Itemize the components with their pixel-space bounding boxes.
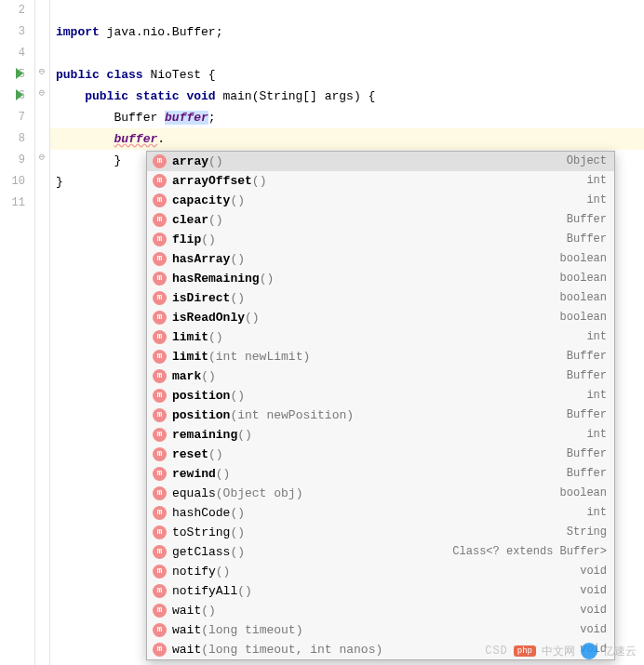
- code-line[interactable]: public class NioTest {: [50, 64, 644, 86]
- code-text: java.nio.Buffer;: [100, 25, 223, 39]
- return-type: Object: [567, 152, 607, 171]
- return-type: Buffer: [567, 210, 607, 230]
- autocomplete-item[interactable]: mposition(int newPosition)Buffer: [147, 406, 614, 425]
- method-params: (): [230, 191, 245, 210]
- code-text: .: [157, 132, 165, 146]
- method-name: hasRemaining: [172, 269, 260, 288]
- method-icon: m: [153, 467, 167, 481]
- return-type: String: [567, 523, 607, 542]
- method-name: position: [172, 406, 230, 425]
- method-name: hashCode: [172, 503, 230, 523]
- method-icon: m: [153, 311, 167, 325]
- method-icon: m: [153, 154, 167, 168]
- method-icon: m: [153, 174, 167, 188]
- autocomplete-item[interactable]: mrewind()Buffer: [147, 464, 614, 484]
- line-number: 3: [0, 21, 25, 43]
- return-type: int: [586, 386, 607, 406]
- method-params: (long timeout, int nanos): [201, 640, 382, 659]
- autocomplete-item[interactable]: mremaining()int: [147, 425, 614, 445]
- method-icon: m: [153, 350, 167, 364]
- method-icon: m: [153, 604, 167, 618]
- autocomplete-item[interactable]: misReadOnly()boolean: [147, 308, 614, 327]
- return-type: int: [586, 425, 607, 445]
- autocomplete-item[interactable]: mequals(Object obj)boolean: [147, 484, 614, 503]
- autocomplete-item[interactable]: marrayOffset()int: [147, 171, 614, 191]
- method-name: toString: [172, 523, 230, 542]
- autocomplete-item[interactable]: misDirect()boolean: [147, 288, 614, 308]
- fold-icon[interactable]: ⊖: [37, 89, 47, 99]
- return-type: void: [580, 620, 607, 640]
- method-name: getClass: [172, 542, 230, 562]
- method-icon: m: [153, 545, 167, 559]
- code-line[interactable]: public static void main(String[] args) {: [50, 86, 644, 107]
- autocomplete-item[interactable]: mcapacity()int: [147, 191, 614, 210]
- method-name: equals: [172, 484, 216, 503]
- method-params: (): [201, 601, 216, 620]
- autocomplete-item[interactable]: marray()Object: [147, 152, 614, 171]
- run-gutter-icon[interactable]: [16, 68, 23, 79]
- method-icon: m: [153, 408, 167, 422]
- autocomplete-item[interactable]: mlimit(int newLimit)Buffer: [147, 347, 614, 366]
- fold-column: ⊖ ⊖ ⊖: [35, 0, 50, 665]
- code-line[interactable]: [50, 43, 644, 64]
- autocomplete-item[interactable]: mnotify()void: [147, 562, 614, 581]
- method-params: (): [245, 308, 260, 327]
- method-name: clear: [172, 210, 208, 230]
- return-type: int: [586, 327, 607, 347]
- autocomplete-item[interactable]: mtoString()String: [147, 523, 614, 542]
- line-number: 4: [0, 43, 25, 64]
- autocomplete-item[interactable]: mnotifyAll()void: [147, 581, 614, 601]
- autocomplete-popup[interactable]: marray()ObjectmarrayOffset()intmcapacity…: [146, 151, 615, 660]
- method-params: (): [260, 269, 275, 288]
- method-params: (): [237, 581, 252, 601]
- autocomplete-item[interactable]: mclear()Buffer: [147, 210, 614, 230]
- return-type: Buffer: [567, 464, 607, 484]
- keyword: public static void: [85, 89, 215, 103]
- method-icon: m: [153, 584, 167, 598]
- autocomplete-item[interactable]: mposition()int: [147, 386, 614, 406]
- code-line[interactable]: [50, 0, 644, 21]
- method-icon: m: [153, 506, 167, 520]
- code-line[interactable]: import java.nio.Buffer;: [50, 21, 644, 43]
- code-line-current[interactable]: buffer.: [50, 128, 644, 150]
- autocomplete-item[interactable]: mgetClass()Class<? extends Buffer>: [147, 542, 614, 562]
- method-name: limit: [172, 347, 208, 366]
- return-type: Buffer: [567, 347, 607, 366]
- watermark-badge: php: [514, 645, 536, 657]
- autocomplete-item[interactable]: mmark()Buffer: [147, 366, 614, 386]
- autocomplete-item[interactable]: mhasArray()boolean: [147, 249, 614, 269]
- code-text: NioTest {: [143, 68, 216, 82]
- return-type: boolean: [560, 269, 607, 288]
- method-icon: m: [153, 369, 167, 383]
- method-name: wait: [172, 601, 201, 620]
- method-params: (): [230, 503, 245, 523]
- method-params: (): [201, 230, 216, 249]
- autocomplete-item[interactable]: mwait()void: [147, 601, 614, 620]
- autocomplete-item[interactable]: mlimit()int: [147, 327, 614, 347]
- method-icon: m: [153, 565, 167, 579]
- method-name: isDirect: [172, 288, 230, 308]
- fold-icon[interactable]: ⊖: [37, 153, 47, 163]
- method-params: (): [230, 523, 245, 542]
- fold-icon[interactable]: ⊖: [37, 68, 47, 77]
- autocomplete-item[interactable]: mwait(long timeout)void: [147, 620, 614, 640]
- method-name: hasArray: [172, 249, 230, 269]
- method-icon: m: [153, 213, 167, 227]
- autocomplete-item[interactable]: mflip()Buffer: [147, 230, 614, 249]
- method-name: limit: [172, 327, 208, 347]
- method-params: (): [201, 366, 216, 386]
- method-icon: m: [153, 623, 167, 637]
- code-line[interactable]: Buffer buffer;: [50, 107, 644, 128]
- return-type: boolean: [560, 308, 607, 327]
- code-text: Buffer: [114, 111, 165, 125]
- return-type: Class<? extends Buffer>: [452, 542, 607, 562]
- run-gutter-icon[interactable]: [16, 89, 23, 100]
- autocomplete-item[interactable]: mhasRemaining()boolean: [147, 269, 614, 288]
- method-icon: m: [153, 643, 167, 657]
- method-name: wait: [172, 640, 201, 659]
- autocomplete-item[interactable]: mhashCode()int: [147, 503, 614, 523]
- method-params: (): [237, 425, 252, 445]
- variable: buffer: [114, 132, 157, 146]
- method-icon: m: [153, 389, 167, 403]
- autocomplete-item[interactable]: mreset()Buffer: [147, 445, 614, 464]
